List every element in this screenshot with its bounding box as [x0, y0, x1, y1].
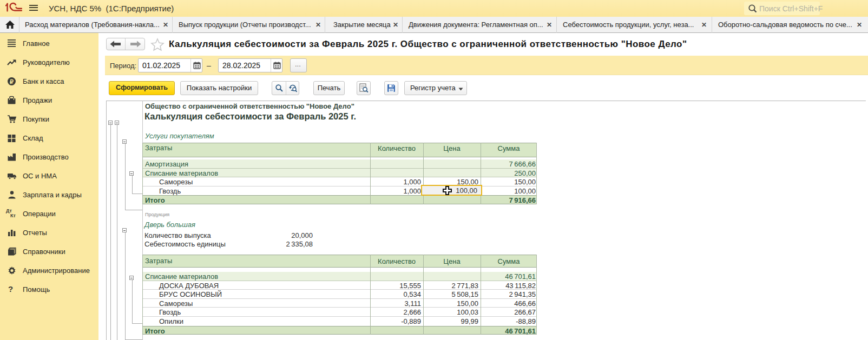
svg-text:₽: ₽: [10, 78, 14, 85]
